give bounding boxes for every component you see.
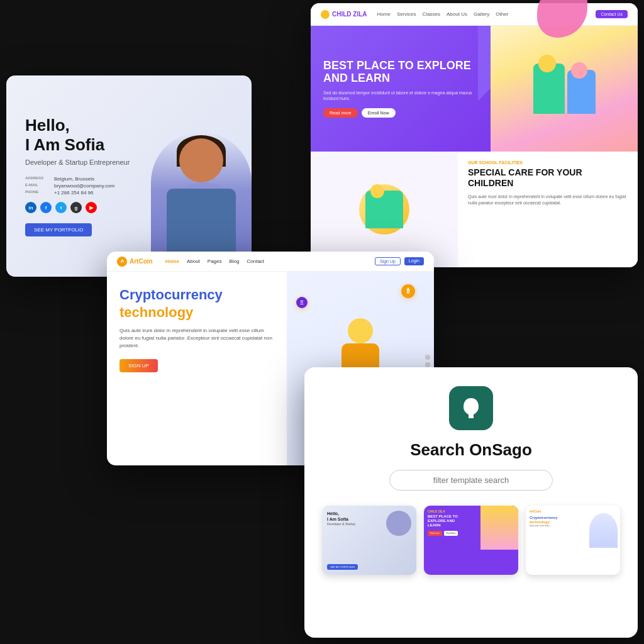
childzila-hero-title: BEST PLACE TO EXPLORE AND LEARN — [323, 60, 478, 85]
artcoin-brand-text: ArtCoin — [130, 258, 153, 265]
onsago-card: Search OnSago Hello,I Am Sofia Developer… — [304, 367, 638, 638]
artcoin-nav-pages[interactable]: Pages — [208, 258, 222, 264]
sofia-address: ADDRESS Belgium, Brussels — [25, 176, 130, 182]
sofia-head — [179, 138, 223, 182]
childzila-lower-image — [311, 152, 458, 267]
childzila-brand: CHILD ZILA — [321, 10, 367, 19]
crypto-thumb-fig — [589, 513, 618, 548]
child-lower-figure — [365, 191, 403, 228]
sofia-text: Hello, I Am Sofia Developer & Startup En… — [25, 116, 130, 236]
twitter-icon[interactable]: t — [55, 202, 67, 213]
sofia-greeting: Hello, — [25, 116, 70, 135]
childzila-brand-text: CHILD ZILA — [332, 11, 367, 18]
sofia-thumbnail[interactable]: Hello,I Am Sofia Developer & Startup SEE… — [322, 506, 416, 575]
enroll-button[interactable]: Enroll Now — [362, 108, 396, 118]
childzila-nav: CHILD ZILA Home Services Classes About U… — [311, 3, 638, 26]
sofia-name: I Am Sofia — [25, 135, 104, 154]
artcoin-cta-button[interactable]: SIGN UP — [119, 359, 158, 372]
artcoin-title-line1: Cryptocurrency — [119, 287, 274, 303]
signup-button[interactable]: Sign Up — [375, 257, 401, 265]
childzila-hero-text: BEST PLACE TO EXPLORE AND LEARN Sed do e… — [323, 60, 478, 118]
childzila-lower-content: OUR SCHOOL FACILITIES SPECIAL CARE FOR Y… — [458, 152, 638, 267]
template-search-input[interactable] — [389, 470, 553, 491]
bitcoin-coin: ₿ — [401, 284, 415, 298]
facilities-label: OUR SCHOOL FACILITIES — [468, 160, 628, 165]
onsago-title: Search OnSago — [410, 440, 532, 460]
artcoin-left: Cryptocurrency technology Quis aute irur… — [107, 272, 287, 465]
read-more-button[interactable]: Read more — [323, 108, 358, 118]
children-illustration — [533, 64, 596, 114]
linkedin-icon[interactable]: in — [25, 202, 36, 213]
artcoin-nav: ₳ ArtCoin Home About Pages Blog Contact … — [107, 252, 434, 272]
contact-us-button[interactable]: Contact Us — [596, 10, 628, 18]
childzila-lower-circle — [359, 184, 409, 235]
sofia-socials: in f t g ▶ — [25, 202, 130, 213]
childzila-hero: BEST PLACE TO EXPLORE AND LEARN Sed do e… — [311, 26, 638, 152]
sofia-card: Hello, I Am Sofia Developer & Startup En… — [6, 75, 252, 277]
phone-value: +1 286 254 84 96 — [54, 190, 94, 196]
facilities-desc: Quis aute irure dolor in reprehenderit i… — [468, 194, 628, 207]
onsago-thumbnails: Hello,I Am Sofia Developer & Startup SEE… — [317, 506, 625, 575]
crypto-figure-head — [348, 318, 373, 343]
social-dot-2 — [425, 362, 430, 367]
address-label: ADDRESS — [25, 176, 50, 182]
childzila-hero-sub: Sed do eiusmod tempor incididunt ut labo… — [323, 90, 478, 103]
portfolio-button[interactable]: SEE MY PORTFOLIO — [25, 223, 92, 236]
ethereum-coin: Ξ — [296, 297, 308, 308]
artcoin-title-line2: technology — [119, 304, 274, 321]
phone-label: PHONE — [25, 190, 50, 196]
childzila-hero-right — [491, 26, 638, 152]
nav-classes[interactable]: Classes — [423, 11, 440, 17]
childzila-thumbnail[interactable]: CHILD ZILA BEST PLACE TOEXPLORE ANDLEARN… — [424, 506, 518, 575]
artcoin-nav-buttons: Sign Up Login — [375, 257, 424, 265]
social-dot-1 — [425, 355, 430, 360]
artcoin-nav-home[interactable]: Home — [165, 258, 179, 264]
nav-services[interactable]: Services — [397, 11, 416, 17]
artcoin-nav-links: Home About Pages Blog Contact — [165, 258, 375, 264]
artcoin-description: Quis aute irure dolor in reprehenderit i… — [119, 327, 274, 350]
child-thumb-btn1: Read more — [428, 531, 442, 536]
artcoin-logo: ₳ ArtCoin — [117, 257, 153, 267]
email-label: E-MAIL — [25, 183, 50, 189]
sofia-phone: PHONE +1 286 254 84 96 — [25, 190, 130, 196]
child-thumb-btn2: Enroll Now — [444, 531, 458, 536]
address-value: Belgium, Brussels — [54, 176, 94, 182]
artcoin-nav-blog[interactable]: Blog — [230, 258, 240, 264]
child-figure-1 — [533, 64, 565, 114]
childzila-card: CHILD ZILA Home Services Classes About U… — [311, 3, 638, 267]
crypto-thumbnail[interactable]: ArtCoin Cryptocurrencytechnology Quis au… — [526, 506, 620, 575]
childzila-brand-icon — [321, 10, 330, 19]
childzila-hero-photo — [491, 26, 638, 152]
nav-other[interactable]: Other — [496, 11, 508, 17]
login-button[interactable]: Login — [404, 257, 424, 265]
nav-gallery[interactable]: Gallery — [474, 11, 489, 17]
childzila-hero-btns: Read more Enroll Now — [323, 108, 478, 118]
facebook-icon[interactable]: f — [40, 202, 52, 213]
github-icon[interactable]: g — [70, 202, 82, 213]
artcoin-nav-contact[interactable]: Contact — [247, 258, 265, 264]
facilities-title: SPECIAL CARE FOR YOUR CHILDREN — [468, 167, 628, 189]
artcoin-nav-about[interactable]: About — [187, 258, 200, 264]
childzila-hero-left: BEST PLACE TO EXPLORE AND LEARN Sed do e… — [311, 26, 491, 152]
onsago-logo-icon — [458, 396, 484, 421]
nav-home[interactable]: Home — [377, 11, 391, 17]
sofia-email: E-MAIL bryanwood@company.com — [25, 183, 130, 189]
onsago-logo — [449, 386, 493, 430]
child-figure-2 — [567, 70, 596, 114]
childzila-lower: OUR SCHOOL FACILITIES SPECIAL CARE FOR Y… — [311, 152, 638, 267]
email-value: bryanwood@company.com — [54, 183, 114, 189]
sofia-subtitle: Developer & Startup Entrepreneur — [25, 158, 130, 166]
sofia-thumb-btn: SEE MY PORTFOLIO — [327, 564, 358, 570]
nav-about[interactable]: About Us — [447, 11, 467, 17]
artcoin-logo-icon: ₳ — [117, 257, 127, 267]
child-thumb-photo — [480, 506, 518, 550]
youtube-icon[interactable]: ▶ — [86, 202, 97, 213]
sofia-title: Hello, I Am Sofia — [25, 116, 130, 155]
sofia-thumb-circle — [386, 511, 411, 536]
